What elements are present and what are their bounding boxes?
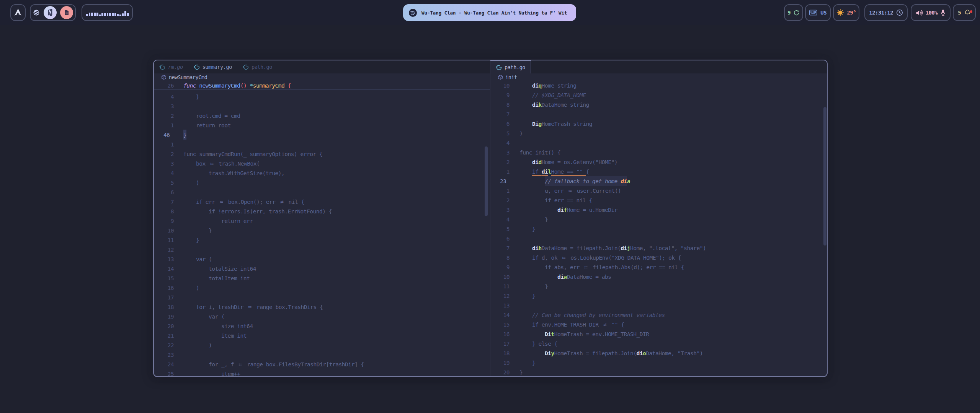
volume-widget[interactable]: 100% bbox=[911, 4, 951, 21]
code-line: 2 didHome = os.Getenv("HOME") bbox=[490, 157, 827, 167]
code-text: item++ bbox=[183, 369, 240, 377]
code-line: 1 u, err ≔ user.Current() bbox=[490, 186, 827, 195]
line-number: 3 bbox=[154, 159, 174, 168]
line-number: 8 bbox=[490, 253, 510, 262]
scrollbar-left[interactable] bbox=[485, 146, 488, 216]
code-line: 7 bbox=[490, 109, 827, 119]
clock-icon bbox=[896, 9, 903, 16]
code-line: 21 item int bbox=[154, 331, 490, 340]
code-text: } bbox=[519, 367, 523, 377]
workspace-neovim[interactable] bbox=[44, 6, 57, 19]
code-line: 13 bbox=[490, 301, 827, 310]
code-text: // fallback to get home dia bbox=[519, 176, 630, 186]
code-line: 5 } bbox=[490, 224, 827, 234]
line-number: 1 bbox=[490, 186, 510, 195]
refresh-icon bbox=[793, 10, 800, 16]
line-number: 11 bbox=[490, 281, 510, 291]
microphone-icon bbox=[940, 9, 946, 16]
go-icon bbox=[194, 64, 200, 70]
visualizer-bar bbox=[124, 11, 126, 16]
window-border-dim-segment bbox=[153, 60, 247, 60]
notifications-widget[interactable]: 5 bbox=[953, 4, 976, 21]
tab-path-go[interactable]: path.go bbox=[237, 60, 278, 73]
visualizer-bar bbox=[89, 13, 91, 16]
code-text: trash.WithGetSize(true), bbox=[183, 168, 284, 178]
code-text: diqHome string bbox=[519, 81, 577, 90]
tab-summary-go[interactable]: summary.go bbox=[188, 60, 237, 73]
code-text: } bbox=[183, 235, 199, 245]
code-text: } bbox=[519, 224, 535, 234]
code-line: 6 bbox=[490, 234, 827, 243]
line-number: 24 bbox=[154, 359, 174, 369]
now-playing-widget[interactable]: Wu-Tang Clan - Wu-Tang Clan Ain't Nuthin… bbox=[403, 4, 576, 21]
tab-path-go[interactable]: path.go bbox=[490, 60, 531, 73]
keyboard-layout-widget[interactable]: US bbox=[805, 4, 831, 21]
line-number: 15 bbox=[490, 320, 510, 329]
visualizer-bar bbox=[127, 13, 129, 16]
code-text: DigHomeTrash string bbox=[519, 119, 592, 128]
line-number: 3 bbox=[154, 101, 174, 111]
line-number: 13 bbox=[154, 254, 174, 264]
arch-linux-icon bbox=[13, 8, 23, 18]
pane-divider[interactable] bbox=[490, 60, 490, 376]
code-line: 3func init() { bbox=[490, 148, 827, 157]
weather-widget[interactable]: 29° bbox=[833, 4, 860, 21]
line-number: 15 bbox=[154, 273, 174, 283]
visualizer-bar bbox=[104, 13, 106, 16]
code-line: 15 if env.HOME_TRASH_DIR ≠ "" { bbox=[490, 320, 827, 329]
code-line: 6 bbox=[154, 187, 490, 197]
workspace-browser[interactable] bbox=[33, 9, 40, 16]
visualizer-bar bbox=[101, 13, 103, 16]
line-number: 22 bbox=[154, 340, 174, 350]
clock-widget[interactable]: 12:31:12 bbox=[864, 4, 908, 21]
context-line-number: 26 bbox=[154, 81, 174, 90]
workspace-document[interactable] bbox=[60, 6, 73, 19]
line-number: 19 bbox=[490, 358, 510, 367]
code-line: 3 box ≔ trash.NewBox( bbox=[154, 159, 490, 168]
line-number: 16 bbox=[490, 329, 510, 339]
code-text: box ≔ trash.NewBox( bbox=[183, 159, 260, 168]
line-number: 18 bbox=[154, 302, 174, 312]
visualizer-bar bbox=[122, 13, 124, 16]
visualizer-bar bbox=[86, 14, 88, 16]
code-text: ) bbox=[183, 283, 199, 293]
code-text: } else { bbox=[519, 339, 557, 348]
line-number: 5 bbox=[154, 178, 174, 187]
code-text: } bbox=[519, 291, 535, 301]
line-number: 7 bbox=[154, 197, 174, 206]
go-icon bbox=[243, 64, 249, 70]
line-number: 20 bbox=[154, 321, 174, 331]
notification-alert-dot bbox=[970, 10, 973, 13]
code-text: var ( bbox=[183, 254, 212, 264]
tab-label: summary.go bbox=[203, 64, 232, 70]
bell-icon bbox=[964, 9, 971, 16]
code-text: } bbox=[519, 358, 535, 367]
code-line: 12 bbox=[154, 245, 490, 254]
code-text: // Can be changed by environment variabl… bbox=[519, 310, 665, 320]
tab-bar-right: path.go bbox=[490, 60, 827, 73]
updates-widget[interactable]: 9 bbox=[784, 4, 803, 21]
code-line: 10 diwDataHome = abs bbox=[490, 272, 827, 281]
keyboard-icon bbox=[809, 10, 817, 16]
code-text: DitHomeTrash = env.HOME_TRASH_DIR bbox=[519, 329, 649, 339]
code-text: } bbox=[519, 215, 548, 224]
visualizer-bar bbox=[99, 15, 101, 16]
tab-label: path.go bbox=[505, 64, 525, 70]
code-line: 20} bbox=[490, 367, 827, 377]
line-number: 12 bbox=[154, 245, 174, 254]
scrollbar-right[interactable] bbox=[823, 107, 826, 246]
tab-rm-go[interactable]: rm.go bbox=[154, 60, 188, 73]
line-number: 18 bbox=[490, 348, 510, 358]
code-line: 10 } bbox=[154, 226, 490, 235]
line-number: 1 bbox=[154, 140, 174, 149]
code-line: 1 if dilHome == "" { bbox=[490, 167, 827, 176]
launcher-button[interactable] bbox=[10, 4, 26, 21]
visualizer-bar bbox=[96, 13, 98, 16]
keyboard-layout-value: US bbox=[820, 10, 826, 16]
breadcrumb-left: newSummaryCmd bbox=[154, 73, 490, 81]
line-number: 2 bbox=[490, 157, 510, 167]
code-line: 8 if d, ok ≔ os.LookupEnv("XDG_DATA_HOME… bbox=[490, 253, 827, 262]
code-text: func summaryCmdRun(_ summaryOptions) err… bbox=[183, 149, 322, 159]
line-number: 14 bbox=[154, 264, 174, 273]
code-text: diwDataHome = abs bbox=[519, 272, 611, 281]
